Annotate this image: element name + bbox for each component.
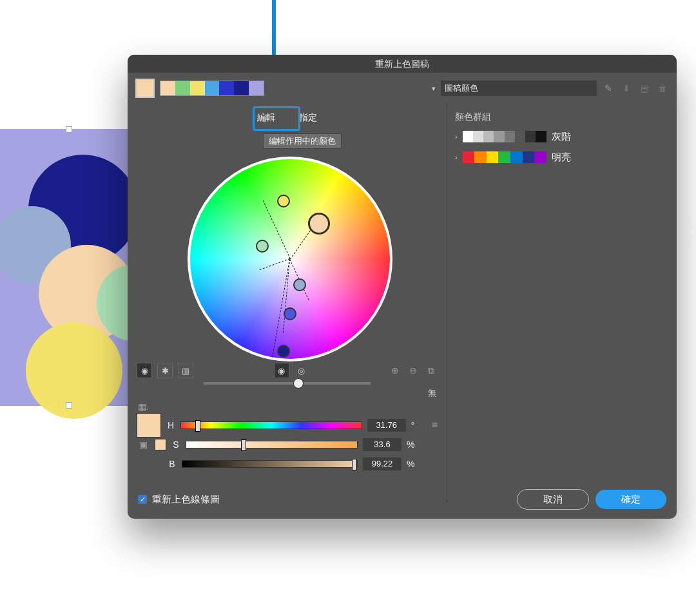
brightness-value-slider[interactable] xyxy=(182,460,358,468)
segmented-wheel-icon[interactable]: ✱ xyxy=(157,363,173,378)
brightness-mode-icon[interactable]: ◎ xyxy=(295,363,309,378)
swatch-grid-icon[interactable]: ▦. xyxy=(137,400,150,413)
color-wheel[interactable] xyxy=(188,157,387,356)
active-color-swatch[interactable] xyxy=(135,79,155,98)
remove-color-icon[interactable]: ⊖ xyxy=(407,364,420,377)
sat-unit: % xyxy=(407,439,417,450)
tab-assign[interactable]: 指定 xyxy=(289,109,327,126)
disclosure-icon[interactable]: › xyxy=(455,153,458,161)
harmony-color-strip[interactable] xyxy=(160,81,264,96)
color-group-label: 灰階 xyxy=(552,131,571,143)
color-node[interactable] xyxy=(256,240,269,253)
color-node[interactable] xyxy=(277,345,290,358)
add-color-icon[interactable]: ⊕ xyxy=(389,364,401,377)
color-group-row[interactable]: ›明亮 xyxy=(455,149,669,166)
bri-unit: % xyxy=(407,459,417,469)
tooltip: 編輯作用中的顏色 xyxy=(263,133,342,149)
bri-value[interactable]: 99.22 xyxy=(363,457,401,470)
recolor-strokes-label: 重新上色線條圖 xyxy=(152,494,220,506)
tab-edit[interactable]: 編輯 xyxy=(247,109,285,126)
color-group-label: 明亮 xyxy=(552,151,571,164)
artwork-canvas xyxy=(0,129,135,406)
hue-slider[interactable] xyxy=(180,421,362,429)
recolor-dialog: 重新上色圖稿 ▾ 圖稿顏色 ✎ ⬇ ▤ 🗑 編輯 指定 編輯作用中的顏色 xyxy=(128,55,677,519)
secondary-swatch[interactable] xyxy=(155,439,166,450)
trash-icon[interactable]: 🗑 xyxy=(656,82,669,95)
hue-label: H xyxy=(166,420,175,430)
brightness-slider[interactable] xyxy=(204,382,371,385)
dialog-title: 重新上色圖稿 xyxy=(128,55,677,73)
cancel-button[interactable]: 取消 xyxy=(517,489,589,510)
unlink-harmony-icon[interactable]: ⧉ xyxy=(425,364,438,377)
color-node[interactable] xyxy=(284,307,296,320)
hue-sat-mode-icon[interactable]: ◉ xyxy=(274,363,289,378)
panel-flyout-icon[interactable] xyxy=(690,226,696,238)
recolor-strokes-checkbox[interactable]: ✓ xyxy=(138,495,147,504)
hue-value[interactable]: 31.76 xyxy=(367,419,406,432)
save-group-icon[interactable]: ⬇ xyxy=(620,82,633,95)
color-group-swatches xyxy=(463,131,546,142)
color-group-swatches xyxy=(463,151,546,163)
eyedropper-icon[interactable]: ✎ xyxy=(602,82,615,95)
color-mode-menu-icon[interactable]: ≡ xyxy=(432,419,438,431)
harmony-dropdown[interactable]: ▾ xyxy=(427,84,441,93)
sat-value[interactable]: 33.6 xyxy=(363,438,401,451)
tabs: 編輯 指定 編輯作用中的顏色 xyxy=(137,109,438,131)
folder-icon[interactable]: ▤ xyxy=(638,82,651,95)
color-node-selected[interactable] xyxy=(308,213,330,235)
smooth-wheel-icon[interactable]: ◉ xyxy=(137,363,152,378)
saturation-slider[interactable] xyxy=(186,441,358,448)
disclosure-icon[interactable]: › xyxy=(455,133,458,140)
color-groups-title: 顏色群組 xyxy=(455,111,669,123)
color-node[interactable] xyxy=(293,278,306,291)
current-color-swatch[interactable] xyxy=(137,413,161,438)
color-node[interactable] xyxy=(277,195,290,207)
cube-icon[interactable]: ▣ xyxy=(137,438,150,451)
ok-button[interactable]: 確定 xyxy=(595,490,666,509)
bri-label: B xyxy=(168,459,177,469)
color-bars-icon[interactable]: ▥ xyxy=(178,363,193,378)
color-group-row[interactable]: ›灰階 xyxy=(455,128,669,145)
hue-unit: ° xyxy=(411,420,421,430)
sat-label: S xyxy=(171,439,180,450)
color-mode-none-label: 無 xyxy=(137,387,436,399)
color-group-name-field[interactable]: 圖稿顏色 xyxy=(441,81,597,96)
